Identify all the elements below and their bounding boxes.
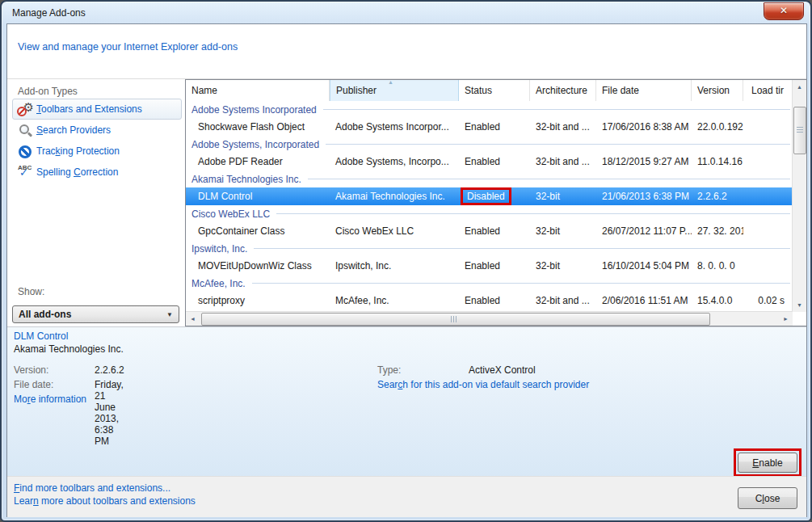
enable-button[interactable]: Enable	[738, 453, 797, 473]
sidebar-item-label: Spelling Correction	[36, 166, 118, 178]
search-providers-icon	[18, 124, 33, 137]
scroll-up-icon[interactable]: ▲	[793, 80, 806, 94]
vertical-scrollbar[interactable]: ▲ ▼	[792, 80, 806, 312]
cell-architecture: 32-bit	[530, 187, 596, 205]
type-value: ActiveX Control	[469, 364, 536, 376]
column-header-label: Status	[465, 85, 492, 96]
column-header-label: Name	[191, 85, 217, 96]
addon-types-label: Add-on Types	[18, 86, 78, 97]
sidebar-item-label: Search Providers	[36, 124, 111, 136]
addon-table-body: Adobe Systems IncorporatedShockwave Flas…	[186, 101, 793, 309]
show-dropdown[interactable]: All add-ons ▼	[12, 305, 179, 323]
cell-version: 27. 32. 201...	[692, 222, 743, 240]
sidebar-item-toolbars-and-extensions[interactable]: Toolbars and Extensions	[12, 99, 182, 120]
table-row[interactable]: Shockwave Flash ObjectAdobe Systems Inco…	[186, 118, 793, 136]
more-information-link[interactable]: More information	[14, 394, 86, 405]
column-header-name[interactable]: Name	[186, 80, 330, 101]
close-icon: ✕	[780, 5, 788, 16]
annotation-status-highlight: Disabled	[461, 187, 511, 205]
table-row[interactable]: MOVEitUpDownWiz ClassIpswitch, Inc.Enabl…	[186, 257, 793, 275]
scroll-right-icon[interactable]: ►	[779, 312, 793, 326]
sidebar-item-search-providers[interactable]: Search Providers	[12, 120, 182, 141]
group-label: Ipswitch, Inc.	[191, 243, 247, 255]
cell-name: Shockwave Flash Object	[186, 118, 330, 136]
footer: Find more toolbars and extensions...Lear…	[7, 476, 806, 517]
footer-link-find-more-toolbars-and-extensi[interactable]: Find more toolbars and extensions...	[14, 482, 196, 495]
column-header-label: Publisher	[336, 85, 377, 96]
cell-version: 8. 0. 0. 0	[692, 257, 743, 275]
window-title: Manage Add-ons	[12, 7, 86, 19]
cell-publisher: Cisco WebEx LLC	[330, 222, 459, 240]
window-close-button[interactable]: ✕	[764, 2, 804, 20]
version-value: 2.2.6.2	[95, 364, 124, 376]
table-group-header: McAfee, Inc.	[186, 275, 793, 292]
cell-load_time	[743, 187, 793, 205]
cell-name: Adobe PDF Reader	[186, 153, 330, 170]
column-header-label: Version	[697, 85, 730, 96]
version-label: Version:	[14, 364, 48, 376]
detail-addon-name[interactable]: DLM Control	[14, 330, 68, 342]
cell-status: Enabled	[459, 118, 530, 136]
cell-file_date: 18/12/2015 9:27 AM	[596, 153, 692, 170]
footer-links: Find more toolbars and extensions...Lear…	[14, 482, 196, 507]
sidebar-item-spelling-correction[interactable]: ABC✓Spelling Correction	[12, 162, 182, 183]
cell-publisher: Akamai Technologies Inc.	[330, 187, 459, 205]
sidebar-item-tracking-protection[interactable]: Tracking Protection	[12, 141, 182, 162]
footer-link-learn-more-about-toolbars-and-[interactable]: Learn more about toolbars and extensions	[14, 495, 196, 507]
table-row[interactable]: Adobe PDF ReaderAdobe Systems, Incorpo..…	[186, 153, 793, 170]
close-button[interactable]: Close	[738, 487, 797, 509]
table-row[interactable]: DLM ControlAkamai Technologies Inc.Disab…	[186, 187, 793, 205]
cell-publisher: McAfee, Inc.	[330, 292, 459, 309]
cell-architecture: 32-bit and ...	[530, 153, 596, 170]
cell-publisher: Ipswitch, Inc.	[330, 257, 459, 275]
cell-status: Enabled	[459, 153, 530, 170]
vertical-scrollbar-thumb[interactable]	[793, 107, 806, 154]
cell-publisher: Adobe Systems Incorpor...	[330, 118, 459, 136]
cell-name: GpcContainer Class	[186, 222, 330, 240]
group-label: Adobe Systems Incorporated	[191, 104, 317, 116]
file-date-label: File date:	[14, 379, 53, 390]
column-header-load-tir[interactable]: Load tir	[743, 80, 793, 101]
cell-version: 11.0.14.16	[692, 153, 743, 170]
annotation-enable-highlight: Enable	[734, 448, 801, 477]
cell-file_date: 16/10/2014 5:04 PM	[596, 257, 692, 275]
horizontal-scrollbar-thumb[interactable]	[201, 313, 710, 326]
cell-name: DLM Control	[186, 187, 330, 205]
column-header-label: File date	[602, 85, 639, 96]
detail-type-row: Type: ActiveX Control	[377, 364, 401, 376]
cell-architecture: 32-bit	[530, 222, 596, 240]
column-header-label: Architecture	[536, 85, 587, 96]
table-row[interactable]: GpcContainer ClassCisco WebEx LLCEnabled…	[186, 222, 793, 240]
table-row[interactable]: scriptproxyMcAfee, Inc.Enabled32-bit and…	[186, 292, 793, 309]
scroll-left-icon[interactable]: ◄	[186, 312, 200, 326]
column-header-architecture[interactable]: Architecture	[530, 80, 596, 101]
cell-file_date: 21/06/2013 6:38 PM	[596, 187, 692, 205]
cell-status: Enabled	[459, 292, 530, 309]
cell-load_time: 0.02 s	[743, 292, 793, 309]
table-group-header: Adobe Systems, Incorporated	[186, 136, 793, 153]
table-group-header: Akamai Technologies Inc.	[186, 170, 793, 187]
scroll-down-icon[interactable]: ▼	[793, 298, 806, 312]
sidebar-items: Toolbars and ExtensionsSearch ProvidersT…	[12, 99, 182, 183]
cell-file_date: 17/06/2016 8:38 AM	[596, 118, 692, 136]
toolbars-extensions-icon	[18, 103, 33, 116]
detail-filedate-row: File date: Friday, 21 June 2013, 6:38 PM	[14, 379, 53, 390]
cell-status: Enabled	[459, 257, 530, 275]
cell-architecture: 32-bit	[530, 257, 596, 275]
manage-addons-window: Manage Add-ons ✕ View and manage your In…	[0, 0, 812, 522]
show-dropdown-value: All add-ons	[19, 309, 71, 320]
column-header-publisher[interactable]: Publisher▲	[330, 80, 459, 101]
column-header-version[interactable]: Version	[692, 80, 743, 101]
search-addon-link[interactable]: Search for this add-on via default searc…	[377, 379, 589, 390]
cell-version: 22.0.0.192	[692, 118, 743, 136]
column-header-status[interactable]: Status	[459, 80, 530, 101]
cell-load_time	[743, 222, 793, 240]
group-label: McAfee, Inc.	[191, 278, 246, 289]
tracking-protection-icon	[18, 145, 33, 158]
type-label: Type:	[377, 364, 401, 376]
dialog-description: View and manage your Internet Explorer a…	[18, 41, 238, 53]
details-pane: DLM Control Akamai Technologies Inc. Ver…	[7, 326, 806, 477]
column-header-file-date[interactable]: File date	[596, 80, 692, 101]
horizontal-scrollbar[interactable]: ◄ ►	[186, 311, 793, 326]
group-rule	[323, 109, 790, 110]
